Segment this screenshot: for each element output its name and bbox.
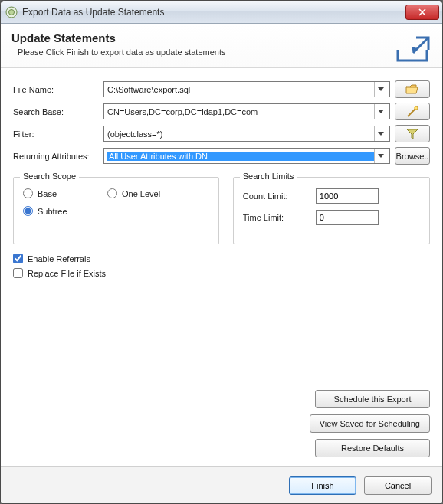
svg-point-1 <box>9 9 15 15</box>
file-name-label: File Name: <box>13 85 103 94</box>
cancel-button[interactable]: Cancel <box>364 476 432 495</box>
file-name-field[interactable]: C:\Software\export.sql <box>103 81 390 97</box>
search-base-field[interactable]: CN=Users,DC=corp,DC=ldap1,DC=com <box>103 103 390 119</box>
filter-helper-button[interactable] <box>395 125 430 142</box>
export-icon <box>395 34 430 68</box>
time-limit-input[interactable] <box>316 210 379 225</box>
browse-file-button[interactable] <box>395 80 430 98</box>
search-scope-legend: Search Scope <box>20 172 79 181</box>
app-icon <box>5 6 18 18</box>
search-base-label: Search Base: <box>13 107 103 116</box>
scope-base-radio[interactable]: Base <box>23 188 107 198</box>
dialog-window: Export Data as Update Statements Update … <box>0 0 443 504</box>
chevron-down-icon[interactable] <box>374 149 386 163</box>
window-title: Export Data as Update Statements <box>22 7 405 18</box>
filter-label: Filter: <box>13 129 103 139</box>
finish-button[interactable]: Finish <box>289 476 356 495</box>
count-limit-label: Count Limit: <box>243 191 316 201</box>
filter-icon <box>406 129 418 139</box>
filter-field[interactable]: (objectclass=*) <box>103 126 390 142</box>
scope-onelevel-radio[interactable]: One Level <box>107 188 192 198</box>
header-title: Update Statements <box>11 31 432 44</box>
view-saved-button[interactable]: View Saved for Scheduling <box>310 414 430 433</box>
close-button[interactable] <box>405 5 439 20</box>
search-scope-group: Search Scope Base One Level Subtree <box>13 177 219 244</box>
replace-file-checkbox[interactable]: Replace File if Exists <box>13 268 430 278</box>
chevron-down-icon[interactable] <box>374 126 386 141</box>
search-limits-group: Search Limits Count Limit: Time Limit: <box>233 177 430 244</box>
pick-base-button[interactable] <box>395 103 430 120</box>
header-subtitle: Please Click Finish to export data as up… <box>18 47 432 57</box>
titlebar: Export Data as Update Statements <box>1 1 442 24</box>
folder-open-icon <box>405 84 419 94</box>
scope-subtree-radio[interactable]: Subtree <box>23 206 107 216</box>
restore-defaults-button[interactable]: Restore Defaults <box>315 439 430 457</box>
time-limit-label: Time Limit: <box>243 213 316 222</box>
count-limit-input[interactable] <box>316 188 379 204</box>
returning-attrs-label: Returning Attributes: <box>13 152 103 161</box>
returning-attrs-field[interactable]: All User Attributes with DN <box>103 148 390 164</box>
chevron-down-icon[interactable] <box>374 82 386 97</box>
enable-referrals-checkbox[interactable]: Enable Referrals <box>13 254 430 263</box>
chevron-down-icon[interactable] <box>374 104 386 119</box>
wand-icon <box>406 106 418 118</box>
body: File Name: C:\Software\export.sql Search… <box>1 68 442 466</box>
search-limits-legend: Search Limits <box>240 172 297 181</box>
header: Update Statements Please Click Finish to… <box>1 24 442 68</box>
footer: Finish Cancel <box>1 466 442 503</box>
schedule-export-button[interactable]: Schedule this Export <box>315 390 430 408</box>
browse-attrs-button[interactable]: Browse.. <box>395 147 430 165</box>
